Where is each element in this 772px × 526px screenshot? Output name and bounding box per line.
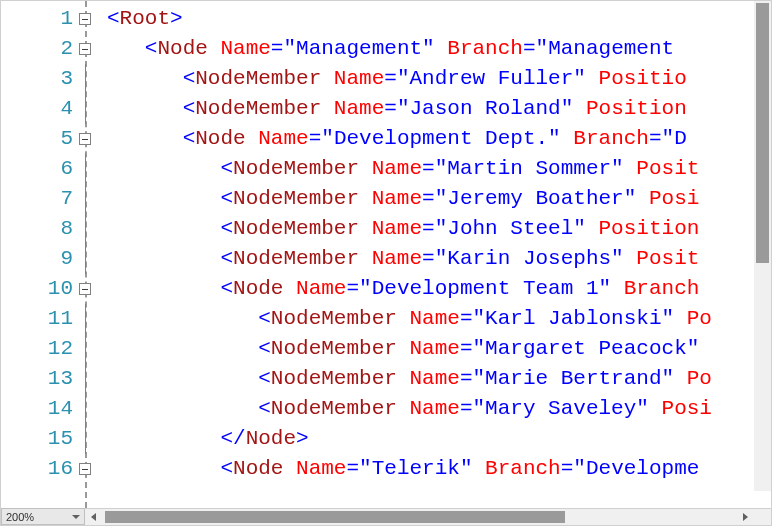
fold-toggle[interactable]: [79, 13, 91, 25]
fold-guide: [85, 394, 86, 424]
token-punct: >: [296, 427, 309, 450]
token-attr: Branch: [447, 37, 523, 60]
line-number: 11: [1, 304, 85, 334]
token-attr: Name: [220, 37, 270, 60]
token-attr: Name: [334, 97, 384, 120]
code-line[interactable]: <NodeMember Name="Marie Bertrand" Po: [107, 364, 771, 394]
line-number: 12: [1, 334, 85, 364]
line-number: 6: [1, 154, 85, 184]
fold-row: [85, 184, 103, 214]
line-number: 10: [1, 274, 85, 304]
token-elem: NodeMember: [233, 247, 372, 270]
code-line[interactable]: <NodeMember Name="Andrew Fuller" Positio: [107, 64, 771, 94]
scroll-left-button[interactable]: [85, 509, 102, 525]
code-line[interactable]: <NodeMember Name="Martin Sommer" Posit: [107, 154, 771, 184]
fold-toggle[interactable]: [79, 43, 91, 55]
token-str: "Jason Roland": [397, 97, 586, 120]
token-attr: Posi: [649, 187, 699, 210]
fold-column: [85, 1, 103, 508]
line-number: 14: [1, 394, 85, 424]
token-str: "John Steel": [435, 217, 599, 240]
token-elem: NodeMember: [271, 337, 410, 360]
triangle-left-icon: [91, 513, 96, 521]
fold-row: [85, 4, 103, 34]
code-line[interactable]: <Root>: [107, 4, 771, 34]
token-elem: NodeMember: [271, 397, 410, 420]
token-attr: Name: [296, 457, 346, 480]
token-punct: <: [183, 97, 196, 120]
line-number: 1: [1, 4, 85, 34]
token-str: "Developme: [573, 457, 699, 480]
token-attr: Name: [372, 157, 422, 180]
fold-row: [85, 214, 103, 244]
token-attr: Name: [296, 277, 346, 300]
token-attr: Position: [599, 217, 700, 240]
editor-footer: 200%: [1, 508, 771, 525]
token-punct: <: [183, 67, 196, 90]
fold-row: [85, 274, 103, 304]
token-elem: NodeMember: [271, 367, 410, 390]
token-str: "Jeremy Boather": [435, 187, 649, 210]
token-eq: =: [309, 127, 322, 150]
fold-guide: [85, 424, 86, 454]
code-area[interactable]: <Root> <Node Name="Management" Branch="M…: [103, 1, 771, 508]
token-punct: <: [183, 127, 196, 150]
token-eq: =: [561, 457, 574, 480]
fold-toggle[interactable]: [79, 283, 91, 295]
code-line[interactable]: <NodeMember Name="Jason Roland" Position: [107, 94, 771, 124]
fold-row: [85, 394, 103, 424]
code-line[interactable]: <NodeMember Name="Margaret Peacock": [107, 334, 771, 364]
token-punct: </: [220, 427, 245, 450]
token-attr: Name: [409, 397, 459, 420]
token-elem: Root: [120, 7, 170, 30]
fold-toggle[interactable]: [79, 463, 91, 475]
token-str: "Karin Josephs": [435, 247, 637, 270]
code-line[interactable]: <Node Name="Management" Branch="Manageme…: [107, 34, 771, 64]
code-line[interactable]: </Node>: [107, 424, 771, 454]
code-line[interactable]: <NodeMember Name="Jeremy Boather" Posi: [107, 184, 771, 214]
fold-guide: [85, 94, 86, 124]
vertical-scrollbar[interactable]: [754, 1, 771, 491]
code-line[interactable]: <Node Name="Telerik" Branch="Developme: [107, 454, 771, 484]
token-eq: =: [422, 247, 435, 270]
fold-row: [85, 64, 103, 94]
token-eq: =: [346, 457, 359, 480]
token-str: "Andrew Fuller": [397, 67, 599, 90]
fold-row: [85, 34, 103, 64]
token-str: "Telerik": [359, 457, 485, 480]
token-eq: =: [346, 277, 359, 300]
zoom-combo[interactable]: 200%: [1, 508, 85, 525]
code-line[interactable]: <NodeMember Name="Karin Josephs" Posit: [107, 244, 771, 274]
code-line[interactable]: <Node Name="Development Dept." Branch="D: [107, 124, 771, 154]
token-punct: <: [220, 217, 233, 240]
token-eq: =: [271, 37, 284, 60]
scroll-right-button[interactable]: [737, 509, 754, 525]
code-line[interactable]: <NodeMember Name="John Steel" Position: [107, 214, 771, 244]
token-punct: >: [170, 7, 183, 30]
token-elem: Node: [233, 277, 296, 300]
token-punct: <: [258, 337, 271, 360]
token-attr: Posit: [636, 157, 699, 180]
token-punct: <: [258, 367, 271, 390]
code-line[interactable]: <Node Name="Development Team 1" Branch: [107, 274, 771, 304]
horizontal-scrollbar[interactable]: [85, 508, 771, 525]
token-str: "Development Dept.": [321, 127, 573, 150]
line-number: 8: [1, 214, 85, 244]
token-eq: =: [422, 157, 435, 180]
scrollbar-corner: [754, 509, 771, 525]
fold-row: [85, 124, 103, 154]
token-eq: =: [422, 217, 435, 240]
line-number: 15: [1, 424, 85, 454]
token-attr: Name: [409, 307, 459, 330]
horizontal-scrollbar-thumb[interactable]: [105, 511, 565, 523]
editor-body: 12345678910111213141516 <Root> <Node Nam…: [1, 1, 771, 508]
code-line[interactable]: <NodeMember Name="Karl Jablonski" Po: [107, 304, 771, 334]
fold-toggle[interactable]: [79, 133, 91, 145]
line-number: 3: [1, 64, 85, 94]
token-attr: Branch: [624, 277, 700, 300]
vertical-scrollbar-thumb[interactable]: [756, 3, 769, 263]
zoom-value: 200%: [6, 511, 34, 523]
code-line[interactable]: <NodeMember Name="Mary Saveley" Posi: [107, 394, 771, 424]
fold-row: [85, 334, 103, 364]
fold-row: [85, 364, 103, 394]
